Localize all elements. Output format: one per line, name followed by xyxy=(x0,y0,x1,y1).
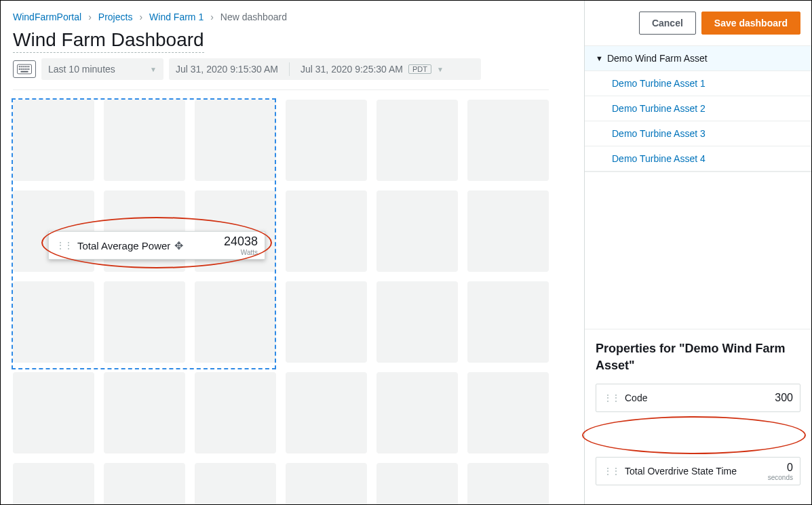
grid-cell[interactable] xyxy=(195,372,276,453)
asset-tree: ▼ Demo Wind Farm Asset Demo Turbine Asse… xyxy=(585,46,811,172)
dragging-property-card[interactable]: ⋮⋮ Total Average Power ✥ 24038 Watts xyxy=(48,231,265,260)
grid-cell[interactable] xyxy=(467,281,549,363)
chevron-right-icon: › xyxy=(88,12,92,22)
grid-cell[interactable] xyxy=(286,372,367,453)
grid-cell[interactable] xyxy=(467,190,549,272)
svg-rect-9 xyxy=(22,68,24,70)
chevron-down-icon: ▼ xyxy=(150,66,157,73)
grid-cell[interactable] xyxy=(467,372,549,453)
svg-rect-8 xyxy=(21,68,22,70)
asset-child-row[interactable]: Demo Turbine Asset 2 xyxy=(585,96,811,121)
svg-rect-3 xyxy=(22,66,24,67)
caret-down-icon: ▼ xyxy=(596,54,603,62)
grid-cell[interactable] xyxy=(13,100,94,181)
time-range-picker[interactable]: Last 10 minutes ▼ xyxy=(41,58,163,80)
svg-rect-10 xyxy=(24,68,26,70)
asset-child-row[interactable]: Demo Turbine Asset 1 xyxy=(585,71,811,96)
breadcrumb: WindFarmPortal › Projects › Wind Farm 1 … xyxy=(13,12,572,22)
grid-cell[interactable] xyxy=(467,100,549,181)
grid-cell[interactable] xyxy=(13,372,94,453)
time-controls: Last 10 minutes ▼ Jul 31, 2020 9:15:30 A… xyxy=(13,58,572,80)
grid-cell[interactable] xyxy=(286,463,367,504)
svg-rect-5 xyxy=(26,66,28,67)
chevron-right-icon: › xyxy=(210,12,214,22)
drag-handle-icon[interactable]: ⋮⋮ xyxy=(56,240,72,251)
svg-rect-2 xyxy=(21,66,22,67)
property-value: 0 xyxy=(787,462,793,473)
property-value: 24038 xyxy=(224,235,258,248)
asset-parent-label: Demo Wind Farm Asset xyxy=(607,53,708,64)
grid-cell[interactable] xyxy=(376,281,458,363)
grid-cell[interactable] xyxy=(104,281,185,363)
property-unit: seconds xyxy=(768,474,793,481)
grid-cell[interactable] xyxy=(104,463,185,504)
time-start: Jul 31, 2020 9:15:30 AM xyxy=(176,64,278,75)
page-title[interactable]: Wind Farm Dashboard xyxy=(13,29,204,53)
property-card-placeholder xyxy=(596,420,800,449)
cancel-button[interactable]: Cancel xyxy=(639,12,696,35)
crumb-project[interactable]: Wind Farm 1 xyxy=(149,12,204,22)
property-label: Total Average Power xyxy=(77,240,170,251)
grid-cell[interactable] xyxy=(13,281,94,363)
svg-rect-7 xyxy=(19,68,20,70)
svg-rect-1 xyxy=(19,66,20,67)
svg-rect-13 xyxy=(21,71,28,73)
grid-cell[interactable] xyxy=(376,372,458,453)
property-label: Total Overdrive State Time xyxy=(625,466,737,477)
time-range-label: Last 10 minutes xyxy=(48,64,115,75)
asset-child-row[interactable]: Demo Turbine Asset 3 xyxy=(585,121,811,146)
timezone-badge: PDT xyxy=(408,64,431,74)
property-unit: Watts xyxy=(224,249,258,256)
crumb-projects[interactable]: Projects xyxy=(98,12,133,22)
asset-parent-row[interactable]: ▼ Demo Wind Farm Asset xyxy=(585,46,811,71)
grid-cell[interactable] xyxy=(286,190,367,272)
crumb-portal[interactable]: WindFarmPortal xyxy=(13,12,81,22)
time-start-end[interactable]: Jul 31, 2020 9:15:30 AM Jul 31, 2020 9:2… xyxy=(169,58,481,80)
chevron-down-icon: ▼ xyxy=(437,66,444,73)
svg-rect-6 xyxy=(28,66,30,67)
grid-cell[interactable] xyxy=(376,463,458,504)
drag-handle-icon[interactable]: ⋮⋮ xyxy=(603,466,619,477)
grid-cell[interactable] xyxy=(376,100,458,181)
grid-cell[interactable] xyxy=(195,100,276,181)
dashboard-canvas[interactable]: ⋮⋮ Total Average Power ✥ 24038 Watts xyxy=(13,100,556,504)
property-card[interactable]: ⋮⋮ Code 300 xyxy=(596,384,800,412)
grid-cell[interactable] xyxy=(104,372,185,453)
chevron-right-icon: › xyxy=(139,12,142,22)
grid-cell[interactable] xyxy=(195,281,276,363)
crumb-current: New dashboard xyxy=(220,12,287,22)
drag-handle-icon[interactable]: ⋮⋮ xyxy=(603,392,619,403)
grid-cell[interactable] xyxy=(104,100,185,181)
grid-cell[interactable] xyxy=(13,463,94,504)
grid-cell[interactable] xyxy=(376,190,458,272)
svg-rect-11 xyxy=(26,68,28,70)
time-end: Jul 31, 2020 9:25:30 AM xyxy=(301,64,403,75)
grid-cell[interactable] xyxy=(286,281,367,363)
property-value: 300 xyxy=(775,392,793,403)
grid-cell[interactable] xyxy=(467,463,549,504)
action-bar: Cancel Save dashboard xyxy=(585,1,811,46)
asset-child-row[interactable]: Demo Turbine Asset 4 xyxy=(585,146,811,171)
property-label: Code xyxy=(625,392,647,403)
keyboard-icon[interactable] xyxy=(13,60,36,78)
svg-rect-4 xyxy=(24,66,26,67)
grid-cell[interactable] xyxy=(195,463,276,504)
save-dashboard-button[interactable]: Save dashboard xyxy=(701,12,800,35)
svg-rect-12 xyxy=(28,68,30,70)
property-card[interactable]: ⋮⋮ Total Overdrive State Time 0 seconds xyxy=(596,457,800,485)
properties-panel: Properties for "Demo Wind Farm Asset" ⋮⋮… xyxy=(585,329,811,504)
grid-cell[interactable] xyxy=(286,100,367,181)
properties-title: Properties for "Demo Wind Farm Asset" xyxy=(596,340,800,374)
move-cursor-icon: ✥ xyxy=(174,239,183,252)
